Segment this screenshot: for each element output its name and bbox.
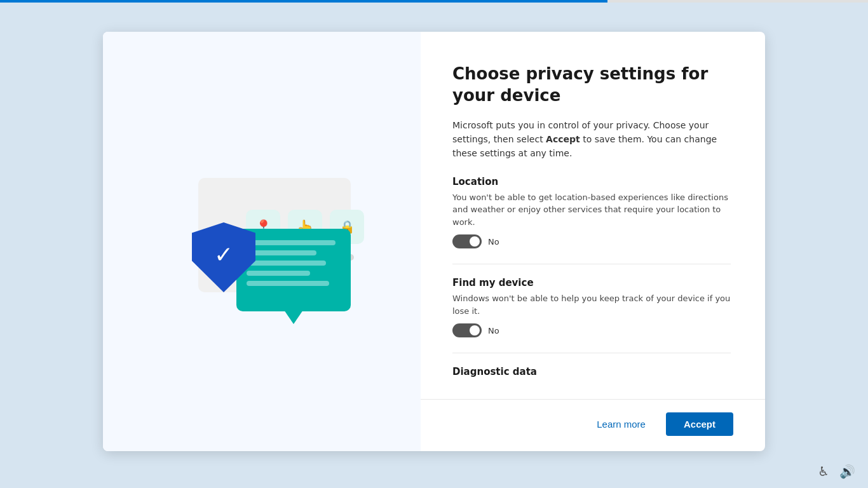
page-title: Choose privacy settings for your device	[452, 64, 733, 107]
find-my-device-toggle-row: No	[452, 323, 731, 337]
progress-bar	[0, 0, 868, 3]
divider-1	[452, 264, 731, 264]
illustration-panel: 📍 👆 🔒	[103, 32, 421, 451]
location-toggle-row: No	[452, 234, 731, 248]
find-my-device-setting: Find my device Windows won't be able to …	[452, 277, 731, 337]
accessibility-icon[interactable]: ♿	[818, 464, 829, 479]
shield-icon: ✓	[192, 222, 255, 292]
diagnostic-data-setting: Diagnostic data Send only info about you…	[452, 366, 731, 380]
diagnostic-data-title: Diagnostic data	[452, 366, 731, 377]
shield-checkmark: ✓	[214, 241, 233, 268]
divider-2	[452, 353, 731, 353]
location-toggle[interactable]	[452, 234, 482, 248]
bottom-bar: Learn more Accept	[421, 399, 765, 451]
illustration: 📍 👆 🔒	[160, 152, 363, 330]
right-panel: Choose privacy settings for your device …	[421, 32, 765, 393]
location-toggle-label: No	[488, 237, 499, 247]
right-content: Choose privacy settings for your device …	[421, 32, 765, 451]
find-my-device-desc: Windows won't be able to help you keep t…	[452, 292, 731, 317]
privacy-dialog: 📍 👆 🔒	[103, 32, 765, 451]
learn-more-button[interactable]: Learn more	[587, 412, 656, 436]
intro-bold: Accept	[546, 134, 580, 144]
find-my-device-title: Find my device	[452, 277, 731, 288]
find-my-device-toggle-label: No	[488, 326, 499, 336]
location-title: Location	[452, 176, 731, 187]
location-desc: You won't be able to get location-based …	[452, 191, 731, 229]
find-my-device-toggle[interactable]	[452, 323, 482, 337]
volume-icon[interactable]: 🔊	[839, 464, 855, 479]
intro-text: Microsoft puts you in control of your pr…	[452, 118, 733, 161]
taskbar-icons: ♿ 🔊	[818, 464, 855, 479]
accept-button[interactable]: Accept	[666, 412, 733, 436]
location-setting: Location You won't be able to get locati…	[452, 176, 731, 249]
settings-scroll[interactable]: Location You won't be able to get locati…	[452, 176, 733, 380]
